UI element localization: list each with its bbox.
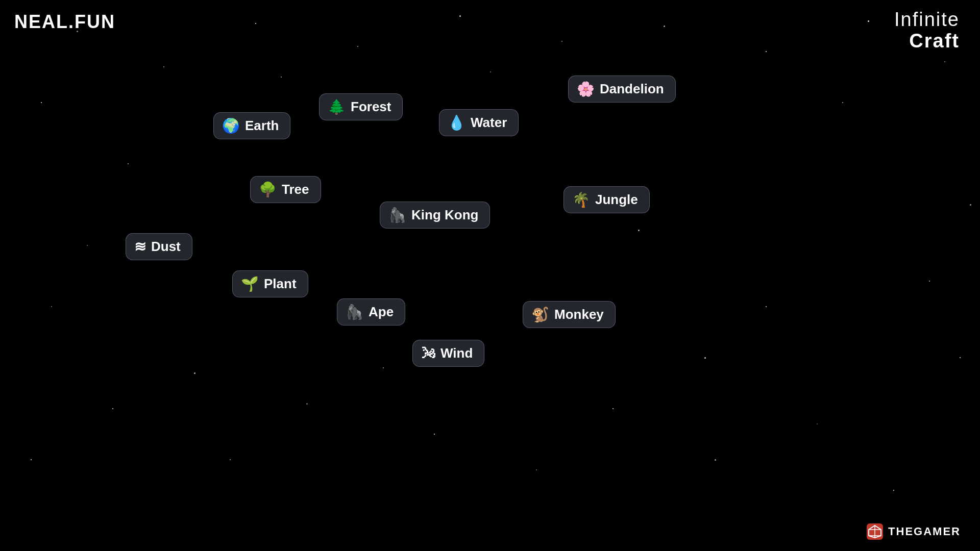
node-dandelion[interactable]: 🌸 Dandelion bbox=[568, 76, 676, 103]
watermark: THEGAMER bbox=[867, 523, 961, 540]
ape-icon: 🦍 bbox=[346, 305, 363, 319]
monkey-icon: 🐒 bbox=[531, 308, 549, 322]
node-monkey[interactable]: 🐒 Monkey bbox=[523, 301, 616, 328]
app-title: Infinite Craft bbox=[894, 9, 960, 52]
jungle-label: Jungle bbox=[595, 192, 638, 208]
earth-label: Earth bbox=[245, 118, 279, 134]
wind-icon: 🌬 bbox=[421, 346, 435, 361]
node-king-kong[interactable]: 🦍 King Kong bbox=[380, 202, 490, 229]
watermark-text: THEGAMER bbox=[888, 525, 961, 538]
forest-icon: 🌲 bbox=[328, 100, 346, 114]
ape-label: Ape bbox=[369, 304, 394, 320]
dust-label: Dust bbox=[151, 239, 181, 255]
tree-label: Tree bbox=[282, 182, 309, 197]
node-wind[interactable]: 🌬 Wind bbox=[412, 340, 484, 367]
node-dust[interactable]: ≋ Dust bbox=[126, 233, 192, 260]
logo: NEAL.FUN bbox=[14, 11, 115, 33]
dust-icon: ≋ bbox=[134, 240, 146, 254]
jungle-icon: 🌴 bbox=[572, 193, 590, 207]
wind-label: Wind bbox=[440, 345, 473, 361]
title-line1: Infinite bbox=[894, 9, 960, 31]
monkey-label: Monkey bbox=[554, 307, 604, 322]
dandelion-label: Dandelion bbox=[600, 81, 664, 97]
water-label: Water bbox=[471, 115, 507, 131]
node-ape[interactable]: 🦍 Ape bbox=[337, 298, 405, 325]
plant-label: Plant bbox=[264, 276, 297, 292]
king-kong-label: King Kong bbox=[411, 207, 478, 223]
thegamer-icon bbox=[867, 523, 883, 540]
node-water[interactable]: 💧 Water bbox=[439, 109, 519, 136]
title-line2: Craft bbox=[894, 31, 960, 52]
node-forest[interactable]: 🌲 Forest bbox=[319, 93, 403, 120]
plant-icon: 🌱 bbox=[241, 277, 259, 291]
water-icon: 💧 bbox=[448, 116, 465, 130]
node-jungle[interactable]: 🌴 Jungle bbox=[564, 186, 650, 213]
connections-canvas bbox=[0, 0, 980, 551]
dandelion-icon: 🌸 bbox=[577, 82, 595, 96]
king-kong-icon: 🦍 bbox=[388, 208, 406, 222]
earth-icon: 🌍 bbox=[222, 119, 240, 133]
forest-label: Forest bbox=[351, 99, 391, 115]
node-plant[interactable]: 🌱 Plant bbox=[232, 270, 308, 297]
node-earth[interactable]: 🌍 Earth bbox=[213, 112, 290, 139]
starfield bbox=[0, 0, 980, 551]
node-tree[interactable]: 🌳 Tree bbox=[250, 176, 321, 203]
tree-icon: 🌳 bbox=[259, 183, 277, 197]
